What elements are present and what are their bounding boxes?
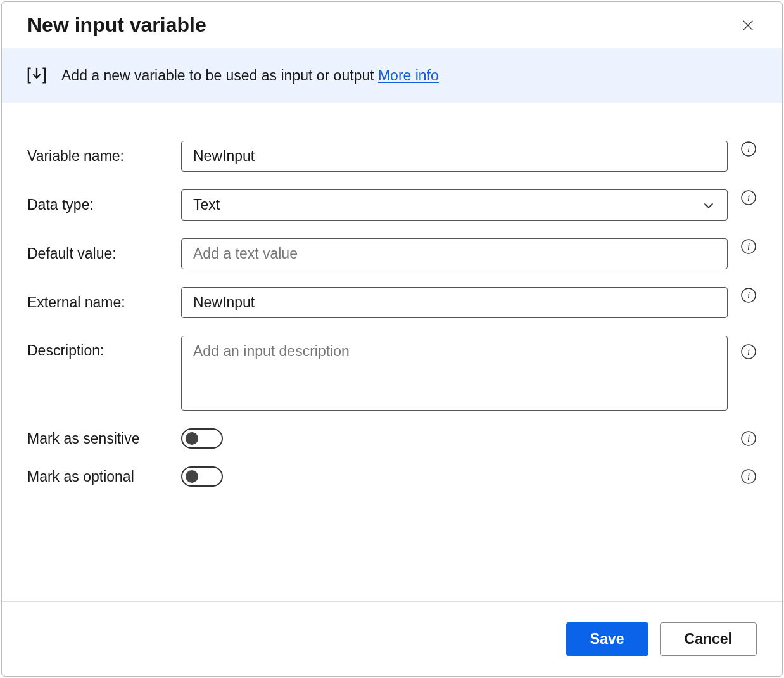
- svg-text:i: i: [747, 144, 750, 154]
- data-type-select[interactable]: Text: [181, 189, 728, 221]
- banner-text: Add a new variable to be used as input o…: [61, 67, 439, 84]
- chevron-down-icon: [702, 198, 716, 212]
- label-mark-sensitive: Mark as sensitive: [27, 430, 181, 447]
- row-external-name: External name: i: [27, 287, 757, 318]
- info-icon[interactable]: i: [740, 430, 757, 447]
- svg-text:i: i: [747, 193, 750, 203]
- mark-sensitive-toggle[interactable]: [181, 428, 223, 449]
- svg-text:i: i: [747, 471, 750, 482]
- svg-text:i: i: [747, 241, 750, 252]
- close-button[interactable]: [739, 16, 757, 34]
- svg-text:i: i: [747, 290, 750, 300]
- toggle-knob: [186, 432, 198, 445]
- svg-text:i: i: [747, 347, 750, 357]
- row-data-type: Data type: Text i: [27, 189, 757, 221]
- external-name-input[interactable]: [181, 287, 728, 318]
- row-default-value: Default value: i: [27, 238, 757, 269]
- info-icon[interactable]: i: [740, 141, 757, 157]
- label-mark-optional: Mark as optional: [27, 468, 181, 485]
- mark-optional-toggle[interactable]: [181, 466, 223, 487]
- dialog-title: New input variable: [27, 13, 206, 37]
- dialog-header: New input variable: [2, 2, 782, 48]
- default-value-input[interactable]: [181, 238, 728, 269]
- description-input[interactable]: [181, 336, 728, 411]
- info-icon[interactable]: i: [740, 238, 757, 255]
- dialog-footer: Save Cancel: [2, 601, 782, 676]
- row-description: Description: i: [27, 336, 757, 411]
- info-banner: Add a new variable to be used as input o…: [2, 48, 782, 103]
- banner-message: Add a new variable to be used as input o…: [61, 67, 378, 84]
- input-arrow-icon: [27, 66, 46, 85]
- new-input-variable-dialog: New input variable Add a new variable to…: [1, 1, 783, 677]
- form-body: Variable name: i Data type: Text i Defau…: [2, 103, 782, 601]
- info-icon[interactable]: i: [740, 343, 757, 360]
- label-default-value: Default value:: [27, 245, 181, 262]
- label-external-name: External name:: [27, 294, 181, 311]
- close-icon: [741, 18, 755, 32]
- save-button[interactable]: Save: [566, 622, 648, 656]
- more-info-link[interactable]: More info: [378, 67, 439, 84]
- label-data-type: Data type:: [27, 196, 181, 214]
- toggle-knob: [186, 470, 198, 483]
- info-icon[interactable]: i: [740, 468, 757, 485]
- svg-text:i: i: [747, 433, 750, 444]
- label-variable-name: Variable name:: [27, 148, 181, 165]
- cancel-button[interactable]: Cancel: [660, 622, 757, 656]
- row-mark-optional: Mark as optional i: [27, 466, 757, 487]
- label-description: Description:: [27, 336, 181, 359]
- row-mark-sensitive: Mark as sensitive i: [27, 428, 757, 449]
- data-type-value: Text: [193, 196, 220, 214]
- info-icon[interactable]: i: [740, 287, 757, 304]
- variable-name-input[interactable]: [181, 141, 728, 172]
- info-icon[interactable]: i: [740, 189, 757, 206]
- row-variable-name: Variable name: i: [27, 141, 757, 172]
